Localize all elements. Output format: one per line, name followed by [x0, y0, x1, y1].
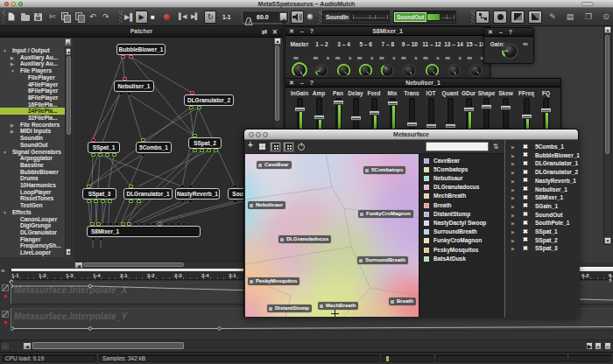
patcher-node-dlgranulator_2[interactable]: DLGranulator_2: [184, 94, 234, 106]
snapshot-row-distantstomp[interactable]: DistantStomp: [419, 210, 504, 219]
patcher-node-s8mixer_1[interactable]: S8Mixer_1: [87, 226, 201, 237]
input-port[interactable]: [129, 185, 133, 188]
param-row-southpole_1[interactable]: ▶✖SouthPole_1: [505, 219, 580, 228]
param-row-sspat_1[interactable]: ▶✖SSpat_1: [505, 228, 580, 236]
toolbar-toggle-pill[interactable]: [581, 2, 594, 6]
channel-knob-2[interactable]: [336, 63, 351, 78]
surface-snapshot-breath[interactable]: Breath: [389, 298, 416, 305]
surface-snapshot-surroundbreath[interactable]: SurroundBreath: [357, 256, 408, 264]
output-port[interactable]: [112, 153, 116, 157]
channel-knob-8[interactable]: [469, 63, 483, 78]
channel-mute-7[interactable]: m: [445, 55, 449, 60]
tree-collapsed-icon[interactable]: ▶: [511, 220, 515, 226]
slider-handle[interactable]: [521, 114, 532, 119]
automation-scroll-thumb[interactable]: [32, 342, 184, 349]
snapshot-filter-input[interactable]: [426, 142, 489, 151]
input-port[interactable]: [127, 222, 131, 226]
param-exclude-icon[interactable]: ✖: [523, 236, 528, 243]
channel-solo-3[interactable]: s: [370, 55, 373, 60]
forward-icon[interactable]: ▶▌: [191, 10, 198, 23]
input-port[interactable]: [87, 185, 91, 188]
zoom-in-button[interactable]: +: [595, 342, 602, 350]
param-row-dlgranulator_1[interactable]: ▶✖DLGranulator_1: [505, 159, 580, 168]
edit-mode-icon[interactable]: ✎: [547, 11, 558, 22]
slider-handle[interactable]: [463, 107, 475, 112]
input-port[interactable]: [176, 222, 180, 226]
zoom-out-button[interactable]: –: [604, 342, 611, 350]
add-snapshot-button[interactable]: +: [248, 140, 253, 150]
output-port[interactable]: [129, 55, 133, 59]
canvas-scroll-left[interactable]: ◀: [74, 262, 83, 269]
param-row-sspat_2[interactable]: ▶✖SSpat_2: [505, 236, 580, 245]
channel-mute-5[interactable]: m: [401, 55, 405, 60]
output-port[interactable]: [189, 106, 194, 109]
surface-snapshot-cavebear[interactable]: CaveBear: [257, 161, 292, 169]
snapshot-row-surroundbreath[interactable]: SurroundBreath: [419, 228, 504, 237]
snapshot-row-breath[interactable]: Breath: [419, 201, 504, 210]
channel-mute-3[interactable]: m: [357, 55, 362, 60]
param-slider-trans[interactable]: [409, 98, 415, 132]
channel-mute-8[interactable]: m: [468, 55, 472, 60]
tree-collapsed-icon[interactable]: ▶: [511, 187, 515, 192]
input-port[interactable]: [170, 222, 174, 226]
output-port[interactable]: [180, 200, 185, 203]
tree-collapsed-icon[interactable]: ▶: [511, 153, 515, 158]
gain-titlebar[interactable]: ✕–?: [484, 28, 533, 37]
param-slider-ingain[interactable]: [297, 98, 303, 132]
redo-icon[interactable]: ↷: [102, 10, 109, 23]
output-port[interactable]: [87, 200, 91, 203]
param-exclude-icon[interactable]: ✖: [523, 245, 528, 252]
output-port[interactable]: [105, 153, 109, 157]
rewind-icon[interactable]: ▌◀: [179, 10, 186, 23]
channel-solo-1[interactable]: s: [327, 55, 329, 60]
input-port[interactable]: [96, 222, 101, 226]
input-port[interactable]: [139, 222, 144, 226]
palette-scroll-up[interactable]: ▲: [66, 48, 71, 55]
param-row-dlgranulator_2[interactable]: ▶✖DLGranulator_2: [505, 168, 580, 177]
tree-collapsed-icon[interactable]: ▶: [511, 238, 515, 243]
input-port[interactable]: [145, 222, 150, 226]
snapshot-row-dlgranuladocus[interactable]: DLGranuladocus: [419, 184, 504, 192]
input-port[interactable]: [141, 138, 145, 142]
output-port[interactable]: [233, 200, 237, 203]
lane-y-edit-toggle[interactable]: [2, 311, 9, 318]
patcher-close-icon[interactable]: ✕: [272, 28, 278, 36]
channel-knob-1[interactable]: [314, 63, 329, 78]
input-port[interactable]: [188, 185, 193, 188]
output-port[interactable]: [108, 200, 112, 203]
input-port[interactable]: [190, 91, 194, 94]
toolbar-grip4[interactable]: [471, 10, 475, 24]
gain-mute-button[interactable]: m: [523, 41, 527, 46]
loop-button[interactable]: ↻: [204, 10, 216, 24]
automation-view-button[interactable]: [528, 10, 542, 24]
input-port[interactable]: [151, 222, 156, 226]
surface-snapshot-funkycromagnon[interactable]: FunkyCroMagnon: [358, 210, 413, 218]
surface-snapshot-peskymosquitos[interactable]: PeskyMosquitos: [248, 277, 299, 285]
play-button[interactable]: ▶: [135, 10, 148, 24]
cut-icon[interactable]: ✄: [49, 10, 56, 23]
palette-scroll-down[interactable]: ▼: [66, 248, 71, 256]
surface-snapshot-mechbreath[interactable]: MechBreath: [318, 302, 358, 310]
output-port[interactable]: [207, 149, 211, 152]
slider-handle[interactable]: [540, 108, 552, 113]
param-exclude-icon[interactable]: ✖: [523, 228, 528, 235]
lane-y-record-dot[interactable]: [4, 320, 8, 325]
channel-solo-7[interactable]: s: [458, 55, 461, 60]
output-port[interactable]: [99, 237, 103, 241]
palette-item-livelooper[interactable]: LiveLooper: [0, 249, 65, 256]
output-port[interactable]: [121, 55, 125, 59]
slider-handle[interactable]: [481, 104, 492, 109]
metasurface-view-button[interactable]: [493, 10, 507, 24]
channel-solo-6[interactable]: s: [436, 55, 439, 60]
param-exclude-icon[interactable]: ✖: [523, 177, 528, 184]
palette-scroll-thumb[interactable]: [67, 56, 71, 135]
snapshot-row-peskymosquitos[interactable]: PeskyMosquitos: [419, 246, 504, 255]
tempo-stepper[interactable]: [279, 12, 287, 21]
output-port[interactable]: [200, 149, 204, 152]
output-port[interactable]: [94, 200, 98, 203]
channel-knob-4[interactable]: [380, 63, 395, 78]
gain-close-icon[interactable]: ✕: [488, 29, 493, 36]
input-port[interactable]: [164, 222, 168, 226]
titlebar[interactable]: MetaSSpatosaurus ~ AudioMulch: [0, 0, 613, 8]
mixer-view-button[interactable]: [511, 10, 525, 24]
